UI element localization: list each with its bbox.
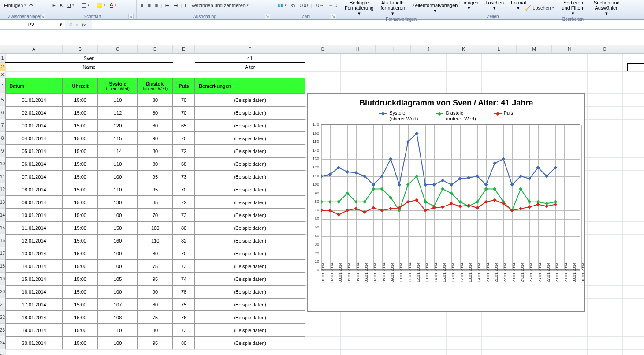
delete-cells-button[interactable]: Löschen▾ [483,0,506,11]
cell[interactable]: 15.01.2014 [5,273,63,285]
dialog-launcher-icon[interactable]: ↘ [40,14,45,19]
row-header[interactable]: 20 [0,285,5,298]
row-header[interactable]: 1 [0,54,5,63]
cell[interactable]: (Beispieldaten) [195,260,305,273]
dialog-launcher-icon[interactable]: ↘ [265,14,270,19]
cell[interactable]: 11.01.2014 [5,221,63,234]
row-header[interactable]: 18 [0,260,5,273]
cell[interactable]: 12.01.2014 [5,234,63,247]
cell[interactable]: 15:00 [63,247,98,260]
row-header[interactable]: 15 [0,221,5,234]
cell[interactable]: 78 [173,285,195,298]
cell[interactable]: 15:00 [63,119,98,132]
cell[interactable]: (Beispieldaten) [195,273,305,285]
cell[interactable]: 15:00 [63,183,98,196]
column-header[interactable]: N [552,45,587,54]
cell[interactable]: 80 [138,157,173,170]
bold-button[interactable]: F [51,2,57,8]
paste-button[interactable]: Einfügen▾ [3,2,27,8]
cell[interactable]: Uhrzeit [63,78,98,93]
cell[interactable]: (Beispieldaten) [195,196,305,209]
cell[interactable]: 15:00 [63,196,98,209]
cell[interactable]: 72 [173,196,195,209]
row-header[interactable]: 6 [0,106,5,119]
cell[interactable]: 85 [138,196,173,209]
indent-decrease-button[interactable]: ⇤ [164,2,171,9]
cell[interactable]: 15:00 [63,145,98,157]
cell[interactable]: 112 [98,106,138,119]
cell[interactable]: (Beispieldaten) [195,170,305,183]
cell[interactable]: (Beispieldaten) [195,132,305,145]
align-right-button[interactable]: ≡ [154,2,159,8]
cell[interactable]: 110 [98,93,138,106]
row-header[interactable]: 13 [0,196,5,209]
cell[interactable]: 72 [173,145,195,157]
cell[interactable]: (Beispieldaten) [195,336,305,349]
cell[interactable]: 18.01.2014 [5,311,63,324]
cell[interactable]: 80 [138,106,173,119]
cell[interactable]: 15:00 [63,336,98,349]
cell[interactable]: (Beispieldaten) [195,157,305,170]
cell[interactable]: 15:00 [63,311,98,324]
column-header[interactable]: L [481,45,517,54]
cell[interactable]: (Beispieldaten) [195,183,305,196]
cell[interactable]: 100 [98,170,138,183]
row-header[interactable]: 19 [0,273,5,285]
cell[interactable]: 115 [98,132,138,145]
legend-item[interactable]: Systole(oberer Wert) [379,110,418,122]
cell[interactable]: 70 [173,106,195,119]
cell[interactable]: 09.01.2014 [5,196,63,209]
chart[interactable]: Blutdruckdiagramm von Sven / Alter: 41 J… [307,93,585,312]
legend-item[interactable]: Diastole(unterer Wert) [436,110,476,122]
cell[interactable]: 160 [98,234,138,247]
row-header[interactable]: 17 [0,247,5,260]
merge-cells-button[interactable]: Verbinden und zentrieren▾ [184,2,250,8]
row-header[interactable]: 9 [0,145,5,157]
cell[interactable]: 110 [98,183,138,196]
cell[interactable]: 108 [98,311,138,324]
cell[interactable]: (Beispieldaten) [195,106,305,119]
cell[interactable]: 70 [173,183,195,196]
clear-button[interactable]: 🧹Löschen▾ [524,5,555,11]
cell[interactable]: 100 [98,247,138,260]
cell[interactable]: 15:00 [63,209,98,221]
cell[interactable]: 70 [138,209,173,221]
cell[interactable]: (Beispieldaten) [195,298,305,311]
cell[interactable]: 04.01.2014 [5,132,63,145]
indent-increase-button[interactable]: ⇥ [172,2,179,9]
column-header[interactable]: G [305,45,340,54]
cell[interactable]: 15:00 [63,234,98,247]
cell[interactable]: Systole(oberer Wert) [98,78,138,93]
cell[interactable]: 41 [195,54,305,63]
cell[interactable]: 110 [98,324,138,336]
thousand-sep-button[interactable]: 000 [298,2,309,8]
cell[interactable]: 15:00 [63,285,98,298]
name-box[interactable]: ▾ [0,20,65,29]
cell[interactable]: 65 [173,119,195,132]
row-header[interactable]: 4 [0,78,5,93]
cell[interactable]: 70 [173,93,195,106]
underline-button[interactable]: U▾ [66,2,75,8]
cell[interactable]: 95 [138,170,173,183]
cell[interactable]: (Beispieldaten) [195,209,305,221]
cell[interactable]: (Beispieldaten) [195,145,305,157]
cell[interactable]: Puls [173,78,195,93]
cell[interactable]: 19.01.2014 [5,324,63,336]
chevron-down-icon[interactable]: ▾ [60,22,62,27]
column-header[interactable]: C [98,45,138,54]
cell[interactable]: 17.01.2014 [5,298,63,311]
cell[interactable]: 70 [173,132,195,145]
cell[interactable]: 150 [98,221,138,234]
cell[interactable]: Name [5,63,173,71]
cell[interactable]: 15:00 [63,93,98,106]
row-header[interactable]: 2 [0,63,5,71]
cell[interactable]: 15:00 [63,132,98,145]
dialog-launcher-icon[interactable]: ↘ [331,14,336,19]
cell[interactable]: Alter [195,63,305,71]
cell[interactable]: 90 [138,132,173,145]
cell[interactable]: 95 [138,336,173,349]
cell[interactable]: Sven [5,54,173,63]
cell[interactable]: 80 [173,221,195,234]
fill-color-button[interactable]: ▾ [96,2,107,8]
cell[interactable]: (Beispieldaten) [195,247,305,260]
